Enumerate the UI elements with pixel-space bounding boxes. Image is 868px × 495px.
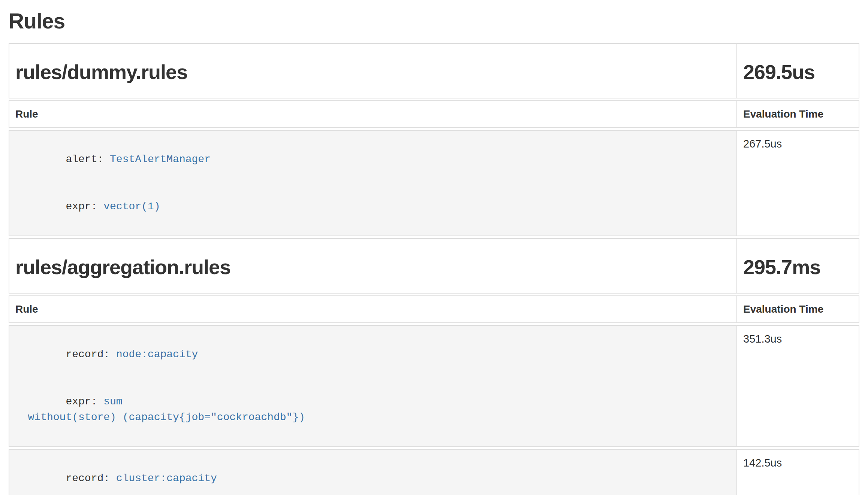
expr-keyword: expr: <box>66 396 103 407</box>
rule-eval-time: 267.5us <box>736 130 859 236</box>
rule-keyword: record: <box>66 473 116 484</box>
rule-line: record:node:capacity <box>15 331 730 378</box>
rule-keyword: alert: <box>66 154 110 165</box>
rule-name-link[interactable]: TestAlertManager <box>110 154 211 165</box>
rule-row: record:node:capacity expr:sum without(st… <box>9 325 859 447</box>
rule-group-eval-time: 269.5us <box>743 60 853 83</box>
expr-link[interactable]: sum without(store) (capacity{job="cockro… <box>15 396 305 423</box>
rule-group-name-cell: rules/dummy.rules <box>9 43 736 98</box>
rule-definition-cell: record:node:capacity expr:sum without(st… <box>9 325 736 447</box>
rule-column-header: Rule <box>9 100 736 128</box>
rule-name-link[interactable]: cluster:capacity <box>116 473 217 484</box>
rule-eval-time: 351.3us <box>736 325 859 447</box>
eval-time-column-header: Evaluation Time <box>736 100 859 128</box>
rule-line: alert:TestAlertManager <box>15 136 730 183</box>
rule-eval-time: 142.5us <box>736 449 859 495</box>
eval-time-column-header: Evaluation Time <box>736 295 859 323</box>
expr-link[interactable]: vector(1) <box>103 201 160 212</box>
rule-group-eval-time-cell: 295.7ms <box>736 238 859 294</box>
rule-group-header-row: rules/aggregation.rules 295.7ms <box>9 238 859 294</box>
rule-group-header-row: rules/dummy.rules 269.5us <box>9 43 859 98</box>
rule-row: record:cluster:capacity expr:sum without… <box>9 449 859 495</box>
page-title: Rules <box>9 10 859 32</box>
rule-group-name: rules/aggregation.rules <box>15 255 730 279</box>
column-header-row: Rule Evaluation Time <box>9 295 859 323</box>
expr-keyword: expr: <box>66 201 103 212</box>
rule-definition-cell: record:cluster:capacity expr:sum without… <box>9 449 736 495</box>
rule-keyword: record: <box>66 349 116 360</box>
rule-row: alert:TestAlertManager expr:vector(1) 26… <box>9 130 859 236</box>
rule-group-name-cell: rules/aggregation.rules <box>9 238 736 294</box>
rule-definition-cell: alert:TestAlertManager expr:vector(1) <box>9 130 736 236</box>
rule-line: record:cluster:capacity <box>15 455 730 495</box>
rule-group-name: rules/dummy.rules <box>15 60 730 83</box>
expr-line: expr:vector(1) <box>15 183 730 230</box>
rule-column-header: Rule <box>9 295 736 323</box>
expr-line: expr:sum without(store) (capacity{job="c… <box>15 378 730 441</box>
column-header-row: Rule Evaluation Time <box>9 100 859 128</box>
rule-group-eval-time: 295.7ms <box>743 255 853 279</box>
rule-name-link[interactable]: node:capacity <box>116 349 198 360</box>
rule-group-eval-time-cell: 269.5us <box>736 43 859 98</box>
rules-table: rules/dummy.rules 269.5us Rule Evaluatio… <box>9 43 859 495</box>
